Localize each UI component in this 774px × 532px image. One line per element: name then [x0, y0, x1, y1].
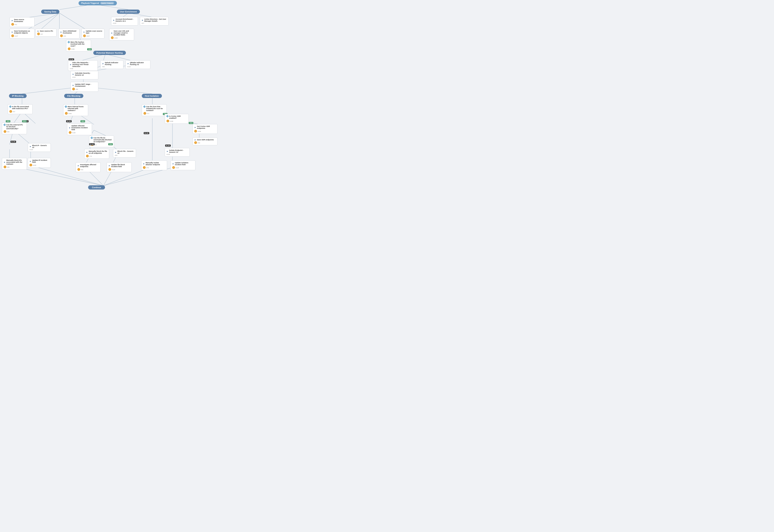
node-save-source-ips[interactable]: ► Save source IPs ! #47: [35, 29, 56, 37]
label-yes-2: YES: [6, 120, 10, 122]
label-yes-file-auto: YES: [108, 143, 113, 145]
section-host-isolation[interactable]: Host Isolation: [142, 94, 162, 98]
label-else-host: ELSE: [144, 132, 149, 134]
node-can-external-ips[interactable]: Can the external IPs be blocked automati…: [2, 123, 27, 134]
diamond-icon: [166, 115, 169, 118]
label-yes-3: YES: [22, 120, 27, 122]
arrow-icon: ►: [194, 139, 196, 141]
section-ip-blocking[interactable]: IP Blocking: [9, 94, 27, 98]
diamond-icon: [3, 123, 6, 126]
node-save-hostnames-ep[interactable]: ► Save hostnames as endpoint objects ! #…: [10, 29, 34, 38]
trigger-badge: Inputs / Outputs: [100, 2, 114, 4]
arrow-icon: ►: [29, 160, 31, 162]
node-account-enrichment[interactable]: ► Account Enrichment - Generic v2.1 #105: [111, 17, 138, 25]
trigger-node[interactable]: Playbook Triggered Inputs / Outputs: [78, 1, 117, 5]
section-saving-data[interactable]: Saving Data: [41, 10, 59, 14]
svg-line-4: [59, 13, 86, 30]
status-icon: !: [143, 166, 145, 169]
status-icon: !: [4, 166, 6, 168]
status-icon: !: [11, 23, 14, 26]
arrow-icon: ►: [29, 145, 31, 147]
section-potential-malware[interactable]: Potential Malware Hunting: [93, 51, 126, 55]
node-block-file-generic[interactable]: ► Block File - Generic v2 #43: [113, 149, 136, 158]
status-icon: !: [65, 112, 68, 115]
node-were-internal-hosts[interactable]: Were internal hosts infected with malwar…: [63, 104, 88, 116]
status-icon: !: [68, 47, 70, 50]
status-icon: !: [11, 34, 14, 37]
arrow-icon: ►: [102, 63, 104, 65]
node-manually-isolate[interactable]: ► Manually isolate attacker endpoint ! #…: [141, 160, 167, 170]
arrow-icon: ►: [77, 165, 79, 167]
node-can-file-blocked[interactable]: Can the file be automatically blocked on…: [89, 136, 114, 147]
node-manually-block-file[interactable]: ► Manually block the file on all endpoin…: [84, 149, 109, 159]
label-yes-1: YES: [87, 48, 92, 50]
arrow-icon: ►: [113, 19, 115, 21]
node-update-infected[interactable]: ► Update infected hostnames incident fie…: [67, 123, 92, 135]
canvas: Playbook Triggered Inputs / Outputs Savi…: [0, 0, 249, 268]
label-else-cortex: ELSE: [165, 145, 171, 147]
node-update-isolation[interactable]: ► Update isolation incident field ! #125: [170, 160, 196, 170]
node-save-whitelisted[interactable]: ► Save whitelisted hostnames ! #42: [58, 29, 79, 38]
arrow-icon: ►: [83, 31, 85, 33]
arrow-icon: ►: [72, 73, 74, 75]
node-save-source-hostnames[interactable]: ► Save source hostnames ! #41: [10, 17, 34, 27]
arrow-icon: ►: [70, 64, 72, 65]
diamond-icon: [67, 41, 70, 43]
node-update-scan-source[interactable]: ► Update scan source type ! #427: [81, 29, 104, 38]
section-user-enrichment[interactable]: User Enrichment: [117, 10, 140, 14]
status-icon: !: [9, 110, 12, 113]
label-else-file: ELSE: [66, 120, 72, 122]
node-splunk-indicator[interactable]: ► Splunk Indicator Hunting #90: [100, 60, 123, 69]
status-icon: !: [37, 33, 40, 35]
status-icon: !: [69, 131, 71, 134]
node-ad-get-user[interactable]: ► Active Directory - Get User Manager De…: [140, 17, 168, 25]
node-calculate-severity[interactable]: ► Calculate Severity - Generic v2 #310: [70, 71, 98, 79]
status-icon: !: [77, 168, 80, 171]
arrow-icon: ►: [172, 163, 174, 165]
diamond-icon: [143, 105, 146, 108]
status-icon: !: [83, 34, 86, 37]
status-icon: !: [143, 112, 146, 115]
node-update-nist[interactable]: ► Update NIST stage - Containment ! #90: [70, 82, 98, 92]
node-manually-block-ips[interactable]: ► Manually block IPs associated with the…: [2, 158, 27, 170]
status-icon: !: [194, 130, 197, 132]
label-else-2: ELSE: [11, 141, 16, 143]
node-qradar-indicator[interactable]: ► QRadar Indicator Hunting V2 #110: [125, 60, 150, 69]
node-isolate-endpoint[interactable]: ► Isolate Endpoint - Generic V2 #129: [165, 148, 190, 157]
status-icon: !: [108, 168, 111, 171]
status-icon: !: [111, 36, 114, 39]
node-update-ip-incident[interactable]: ► Update IP incident field ! #120: [28, 158, 51, 168]
status-icon: !: [166, 120, 169, 122]
status-icon: !: [86, 155, 89, 157]
node-is-file-assoc[interactable]: Is the file associated with malicious IP…: [8, 104, 33, 114]
diamond-icon: [90, 136, 93, 139]
status-icon: !: [29, 164, 32, 166]
node-is-cortex-xdr[interactable]: Is Cortex XDR enabled? ! #108: [165, 114, 189, 124]
node-block-ip-generic[interactable]: ► Block IP - Generic v3 #120: [28, 143, 51, 152]
arrow-icon: ►: [115, 151, 117, 153]
node-get-cortex-xdr[interactable]: ► Get Cortex XDR endpoints ! #408: [192, 124, 218, 134]
arrow-icon: ►: [86, 151, 88, 153]
label-yes-cortex: YES: [189, 122, 193, 124]
section-file-blocking[interactable]: File Blocking: [64, 94, 83, 98]
arrow-icon: ►: [141, 19, 143, 21]
arrow-icon: ►: [143, 163, 145, 165]
node-palo-alto-hunting[interactable]: ► Palo Alto Networks - Hunting And Threa…: [68, 60, 98, 71]
label-else-file-auto: ELSE: [89, 143, 95, 145]
status-icon: !: [72, 88, 75, 90]
arrow-icon: ►: [111, 32, 113, 34]
node-investigate-affected[interactable]: ► Investigate affected endpoints ! #92: [76, 162, 100, 172]
status-icon: !: [172, 166, 175, 169]
arrow-icon: ►: [37, 30, 39, 32]
continue-node[interactable]: Continue: [88, 185, 105, 190]
arrow-icon: ►: [4, 161, 6, 163]
node-save-xdr-endpoints[interactable]: ► Save XDR endpoints ! #90: [192, 137, 218, 145]
status-icon: !: [60, 34, 63, 37]
arrow-icon: ►: [166, 150, 168, 152]
diamond-icon: [65, 105, 67, 108]
node-update-file-block[interactable]: ► Update file block incident field ! #12…: [107, 162, 132, 172]
node-save-user-info[interactable]: ► Save user info and manager email in in…: [109, 29, 134, 40]
diamond-icon: [9, 105, 12, 108]
arrow-icon: ►: [11, 20, 13, 21]
status-icon: !: [194, 141, 197, 144]
